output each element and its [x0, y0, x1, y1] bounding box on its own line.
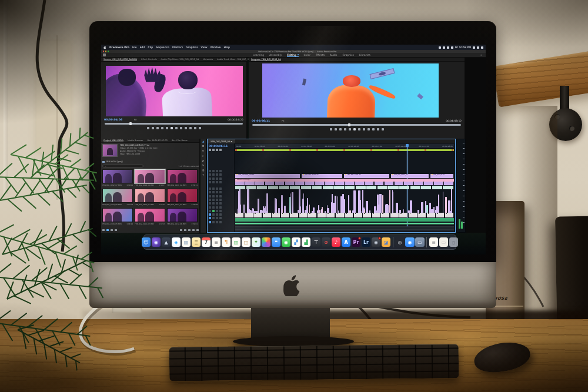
lift-icon[interactable]	[189, 127, 192, 129]
program-zoom-select[interactable]: Fit	[282, 119, 284, 122]
track-toggle[interactable]	[212, 213, 215, 216]
timeline-clip[interactable]	[345, 213, 353, 217]
close-window-button[interactable]	[103, 51, 104, 52]
timeline-clip[interactable]	[427, 213, 435, 217]
track-toggle[interactable]	[212, 173, 215, 176]
menu-item-window[interactable]: Window	[210, 46, 220, 49]
menu-item-view[interactable]: View	[201, 46, 208, 49]
dock-icon-contacts[interactable]: ◫	[242, 237, 251, 247]
timeline-clip[interactable]	[255, 182, 265, 185]
timeline-clip[interactable]	[404, 182, 413, 185]
clip-preview-thumbnail[interactable]	[102, 144, 118, 157]
dock-icon-notes[interactable]: ≣	[192, 237, 201, 247]
dock-icon-facetime[interactable]: ◉	[282, 237, 291, 247]
track-toggle[interactable]	[212, 177, 215, 180]
source-playhead-knob[interactable]	[129, 122, 132, 125]
track-toggle[interactable]	[219, 199, 222, 201]
workspace-tab-effects[interactable]: Effects	[316, 53, 325, 57]
panel-tab[interactable]: Source: YBN_DIG_0098_04.MOV	[103, 58, 137, 61]
timeline-clip[interactable]	[295, 182, 304, 185]
timeline-clip[interactable]	[385, 182, 394, 185]
track-toggle[interactable]	[219, 170, 222, 172]
dock-icon-stickies[interactable]: ▭	[439, 237, 449, 247]
dock-icon-premiere-pro[interactable]: Pr	[352, 237, 361, 247]
track-toggle[interactable]	[216, 221, 218, 223]
dock-icon-trash[interactable]: ▯	[449, 237, 459, 247]
track-toggle[interactable]	[212, 187, 215, 190]
track-toggle[interactable]	[216, 181, 218, 183]
delete-icon[interactable]	[196, 229, 199, 232]
timeline-clip[interactable]	[325, 182, 334, 185]
dock-icon-launchpad[interactable]: ▲	[162, 237, 171, 247]
track-toggle[interactable]	[219, 177, 222, 180]
clip-thumbnail[interactable]	[167, 169, 198, 183]
timeline-clip[interactable]	[355, 182, 364, 185]
dock-icon-pages[interactable]: ¶	[222, 237, 231, 247]
timeline-clip[interactable]	[299, 213, 308, 217]
dock-icon-downloads-folder[interactable]: ◪	[382, 237, 391, 247]
notification-center-icon[interactable]	[481, 46, 483, 49]
menu-item-premiere-pro[interactable]: Premiere Pro	[109, 46, 129, 49]
find-icon[interactable]	[184, 229, 186, 232]
mark-in-icon[interactable]	[152, 127, 154, 129]
dock-icon-siri[interactable]: ◉	[152, 237, 161, 247]
clip-item[interactable]: YBN_DIG_0104_06.MOV1:10:03	[102, 189, 133, 206]
track-toggle[interactable]	[209, 221, 211, 223]
clip-thumbnail[interactable]	[167, 208, 198, 222]
timeline-clip[interactable]	[315, 182, 324, 185]
play-icon[interactable]	[353, 128, 356, 130]
clip-item[interactable]: YBN_DIG_0110_02.MOV1:02:19	[135, 208, 165, 225]
timeline-clip[interactable]	[424, 182, 433, 185]
dock-icon-calendar[interactable]: 7	[202, 237, 211, 247]
workspace-tab-libraries[interactable]: Libraries	[359, 53, 370, 57]
search-input[interactable]: ⌕	[102, 165, 143, 167]
step-forward-icon[interactable]	[175, 127, 178, 129]
track-toggle[interactable]	[219, 210, 222, 212]
track-toggle[interactable]	[209, 187, 211, 190]
panel-tab[interactable]: Metadata	[203, 58, 213, 61]
zoom-slider[interactable]	[115, 229, 117, 232]
timeline-clip[interactable]	[285, 182, 295, 185]
menu-item-markers[interactable]: Markers	[172, 46, 183, 49]
timeline-clip[interactable]	[399, 213, 407, 217]
track-toggle[interactable]	[216, 217, 218, 219]
mark-in-icon[interactable]	[335, 128, 337, 130]
dock-icon-photos[interactable]	[262, 237, 271, 247]
mark-out-icon[interactable]	[156, 127, 159, 129]
track-toggle[interactable]	[212, 199, 215, 201]
timeline-clip[interactable]	[281, 213, 289, 217]
source-video-preview[interactable]	[106, 66, 243, 116]
timeline-clip[interactable]	[335, 182, 344, 185]
menu-item-clip[interactable]: Clip	[148, 46, 153, 49]
clip-thumbnail[interactable]	[102, 169, 133, 183]
track-toggle[interactable]	[216, 195, 218, 197]
spotlight-icon[interactable]	[473, 46, 475, 49]
timeline-clip[interactable]	[417, 213, 426, 217]
extract-icon[interactable]	[194, 127, 196, 129]
track-toggle[interactable]	[209, 181, 211, 183]
minimize-window-button[interactable]	[105, 51, 106, 52]
dock-icon-maps[interactable]: ⌖	[252, 237, 261, 247]
go-to-in-icon[interactable]	[344, 128, 346, 130]
track-select-tool-icon[interactable]: ⊞	[202, 145, 205, 148]
export-frame-icon[interactable]	[382, 128, 384, 130]
breadcrumb[interactable]: YBN VIOLA [proj]	[102, 160, 199, 163]
timeline-clip[interactable]	[245, 182, 255, 185]
loop-icon[interactable]	[368, 128, 370, 130]
program-playhead-knob[interactable]	[348, 123, 350, 126]
timeline-clip[interactable]	[375, 182, 384, 185]
timeline-timecode[interactable]: 00:00:06:11	[208, 143, 234, 148]
track-toggle[interactable]	[212, 170, 215, 172]
track-toggle[interactable]	[219, 187, 222, 190]
dock-icon-quicktime[interactable]: ◉	[372, 237, 381, 247]
volume-icon[interactable]	[443, 46, 445, 49]
pen-tool-icon[interactable]: ✎	[202, 165, 205, 167]
track-toggle[interactable]	[216, 170, 218, 172]
timeline-clip[interactable]	[409, 213, 417, 217]
track-toggle[interactable]	[219, 221, 222, 223]
ripple-edit-tool-icon[interactable]: ⇔	[202, 150, 205, 152]
track-toggle[interactable]	[216, 187, 218, 190]
timeline-clip[interactable]	[345, 182, 354, 185]
track-toggle[interactable]	[209, 217, 211, 219]
timeline-clip[interactable]	[365, 182, 374, 185]
